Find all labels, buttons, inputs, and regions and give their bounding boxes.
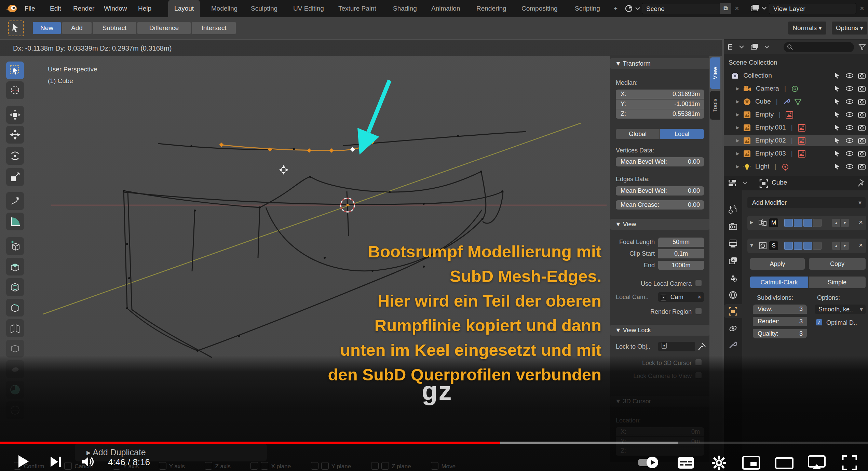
modifier-row-mirror[interactable]: ▸ M ▴ ▾ × xyxy=(747,216,866,230)
video-progress-bar[interactable] xyxy=(0,442,868,444)
selectability-icon[interactable] xyxy=(834,85,841,92)
select-mode-subtract-button[interactable]: Subtract xyxy=(93,22,136,34)
selectability-icon[interactable] xyxy=(834,124,841,131)
scene-copy-button[interactable]: ⧉ xyxy=(720,3,731,14)
workspace-tab-shading[interactable]: Shading xyxy=(387,0,423,17)
scene-unlink-button[interactable]: × xyxy=(735,4,739,13)
volume-icon[interactable] xyxy=(81,456,96,468)
outliner-row-empty-002[interactable]: ▸ Empty.002 | xyxy=(724,135,868,146)
selectability-icon[interactable] xyxy=(834,111,841,118)
outliner-row-light[interactable]: ▸ Light | xyxy=(724,161,868,172)
expand-icon[interactable]: ▸ xyxy=(736,137,740,144)
workspace-tab-scripting[interactable]: Scripting xyxy=(569,0,606,17)
lock-camera-view-checkbox[interactable] xyxy=(695,372,702,379)
delete-modifier-icon[interactable]: × xyxy=(859,218,863,226)
fullscreen-button[interactable] xyxy=(842,455,857,470)
tab-scene[interactable] xyxy=(724,271,742,284)
options-dropdown[interactable]: Options ▾ xyxy=(832,22,867,35)
render-visibility-icon[interactable] xyxy=(858,72,866,79)
render-region-checkbox[interactable] xyxy=(695,308,702,314)
select-mode-difference-button[interactable]: Difference xyxy=(137,22,191,34)
sidebar-tab-view[interactable]: View xyxy=(710,57,720,89)
view-layer-name-field[interactable]: View Layer xyxy=(769,3,856,14)
transform-panel-header[interactable]: ▼ Transform xyxy=(610,58,709,69)
tab-object[interactable] xyxy=(724,304,742,318)
apply-button[interactable]: Apply xyxy=(750,258,805,270)
expand-icon[interactable]: ▸ xyxy=(736,111,740,118)
delete-modifier-icon[interactable]: × xyxy=(859,241,863,249)
view-layer-browse-icon[interactable] xyxy=(750,4,767,13)
select-mode-add-button[interactable]: Add xyxy=(62,22,92,34)
optimal-display-checkbox[interactable]: ✓ xyxy=(816,319,823,326)
lock-to-object-field[interactable]: ▪ xyxy=(658,342,695,351)
workspace-tab-uv-editing[interactable]: UV Editing xyxy=(287,0,330,17)
collapse-icon[interactable]: ▾ xyxy=(750,241,753,249)
toggle-render-icon[interactable] xyxy=(784,219,793,227)
local-camera-clear-icon[interactable]: × xyxy=(697,292,701,302)
outliner-search-input[interactable] xyxy=(784,42,854,52)
scene-browse-icon[interactable] xyxy=(625,4,640,13)
outliner-row-cube[interactable]: ▸ Cube | xyxy=(724,96,868,107)
workspace-tab-animation[interactable]: Animation xyxy=(425,0,466,17)
median-x-field[interactable]: X:0.31693m xyxy=(616,90,704,99)
visibility-eye-icon[interactable] xyxy=(845,124,854,131)
outliner-row-empty-003[interactable]: ▸ Empty.003 | xyxy=(724,148,868,159)
view-panel-header[interactable]: ▼ View xyxy=(610,219,709,230)
expand-icon[interactable]: ▸ xyxy=(736,163,740,170)
render-visibility-icon[interactable] xyxy=(858,137,866,144)
clip-end-field[interactable]: 1000m xyxy=(658,261,704,270)
render-visibility-icon[interactable] xyxy=(858,124,866,131)
tab-render[interactable] xyxy=(724,219,742,233)
use-local-camera-checkbox[interactable] xyxy=(695,280,702,286)
cursor-x-field[interactable]: X:0m xyxy=(616,427,704,436)
toggle-cage-icon[interactable] xyxy=(813,219,822,227)
subdiv-view-field[interactable]: View:3 xyxy=(753,305,807,314)
orientation-global-button[interactable]: Global xyxy=(616,129,660,139)
filter-funnel-icon[interactable] xyxy=(858,44,866,51)
menu-window[interactable]: Window xyxy=(102,0,129,17)
move-up-button[interactable]: ▴ xyxy=(832,242,840,250)
toggle-cage-icon[interactable] xyxy=(813,242,822,250)
focal-length-field[interactable]: 50mm xyxy=(658,238,704,247)
workspace-tab-texture-paint[interactable]: Texture Paint xyxy=(332,0,382,17)
autoplay-toggle[interactable] xyxy=(638,459,657,466)
visibility-eye-icon[interactable] xyxy=(845,111,854,118)
toggle-editmode-icon[interactable] xyxy=(803,242,812,250)
view-layer-remove-button[interactable]: × xyxy=(860,4,864,13)
active-tool-icon[interactable] xyxy=(8,21,24,36)
cursor-3d-panel-header[interactable]: ▼ 3D Cursor xyxy=(610,396,709,407)
miniplayer-button[interactable] xyxy=(742,456,760,470)
selectability-icon[interactable] xyxy=(834,72,841,79)
toggle-realtime-icon[interactable] xyxy=(794,242,802,250)
outliner-row-empty-001[interactable]: ▸ Empty.001 | xyxy=(724,122,868,133)
subtitles-button[interactable] xyxy=(677,457,694,469)
tab-view-layer[interactable] xyxy=(724,254,742,267)
render-visibility-icon[interactable] xyxy=(858,150,866,157)
expand-icon[interactable]: ▸ xyxy=(750,218,753,226)
workspace-tab-sculpting[interactable]: Sculpting xyxy=(245,0,284,17)
toggle-editmode-icon[interactable] xyxy=(803,219,812,227)
tab-tool[interactable] xyxy=(724,202,742,216)
visibility-eye-icon[interactable] xyxy=(845,163,854,170)
outliner-filter-icon[interactable] xyxy=(750,43,770,51)
expand-icon[interactable]: ▸ xyxy=(736,85,740,92)
modifier-row-subdivision[interactable]: ▾ S ▴ ▾ × xyxy=(747,239,866,253)
toggle-render-icon[interactable] xyxy=(784,242,793,250)
tab-output[interactable] xyxy=(724,237,742,250)
move-down-button[interactable]: ▾ xyxy=(841,242,849,250)
copy-button[interactable]: Copy xyxy=(809,258,866,270)
add-workspace-button[interactable]: + xyxy=(611,0,620,17)
outliner-row-camera[interactable]: ▸ Camera | xyxy=(724,83,868,94)
edge-bevel-field[interactable]: Mean Bevel Wei:0.00 xyxy=(616,186,704,196)
local-camera-field[interactable]: ▪ Cam × xyxy=(658,292,704,302)
visibility-eye-icon[interactable] xyxy=(845,150,854,157)
pin-icon[interactable] xyxy=(857,179,865,188)
outliner-row-empty[interactable]: ▸ Empty | xyxy=(724,109,868,120)
subdiv-render-field[interactable]: Render:3 xyxy=(753,317,807,326)
scene-name-field[interactable]: Scene xyxy=(642,3,731,14)
menu-render[interactable]: Render xyxy=(71,0,96,17)
cast-button[interactable] xyxy=(808,455,826,470)
visibility-eye-icon[interactable] xyxy=(845,72,854,79)
expand-icon[interactable]: ▸ xyxy=(736,150,740,157)
catmull-clark-button[interactable]: Catmull-Clark xyxy=(750,277,808,288)
